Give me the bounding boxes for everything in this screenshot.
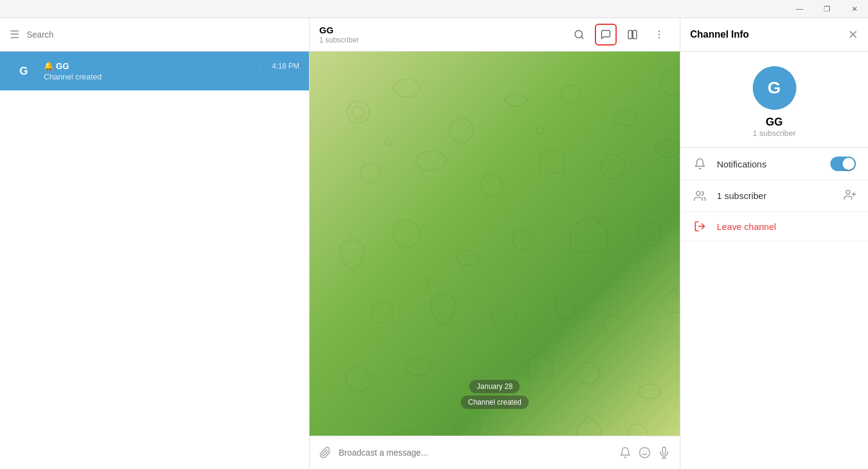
- svg-point-7: [347, 101, 369, 123]
- svg-point-21: [456, 251, 478, 265]
- chat-background: [310, 52, 680, 436]
- window-controls[interactable]: — ❐ ✕: [786, 0, 868, 18]
- chat-header: GG 1 subscriber: [310, 18, 680, 52]
- svg-point-39: [385, 140, 392, 146]
- svg-point-4: [659, 31, 660, 32]
- svg-point-44: [640, 448, 650, 458]
- info-name: GG: [765, 116, 782, 129]
- leave-channel-label: Leave channel: [717, 221, 856, 232]
- svg-point-6: [659, 37, 660, 38]
- channel-created-badge: Channel created: [461, 396, 529, 409]
- svg-point-14: [361, 163, 380, 183]
- chat-messages: January 28 Channel created: [310, 52, 680, 436]
- chat-title-area: GG 1 subscriber: [319, 25, 561, 44]
- svg-point-43: [671, 291, 677, 297]
- svg-point-36: [454, 418, 481, 436]
- notifications-toggle-area: [830, 157, 856, 171]
- svg-point-20: [393, 220, 420, 247]
- chat-preview: Channel created: [44, 72, 299, 81]
- chat-list: G 🔔 GG ✓✓ 4:18 PM Channel created: [0, 52, 309, 469]
- subscribers-icon: [693, 190, 707, 202]
- menu-button[interactable]: ☰: [10, 28, 19, 41]
- svg-point-18: [656, 140, 680, 157]
- restore-button[interactable]: ❐: [813, 0, 841, 18]
- svg-point-33: [639, 384, 660, 399]
- notifications-item[interactable]: Notifications: [680, 148, 868, 180]
- svg-point-15: [416, 151, 446, 170]
- channel-info-button[interactable]: [595, 24, 617, 46]
- svg-point-37: [516, 434, 540, 436]
- bell-icon: [693, 158, 707, 170]
- notifications-label: Notifications: [717, 159, 821, 169]
- more-options-button[interactable]: [648, 24, 670, 46]
- svg-point-29: [346, 367, 370, 391]
- leave-channel-item[interactable]: Leave channel: [680, 212, 868, 241]
- svg-point-35: [396, 429, 418, 436]
- info-panel-close[interactable]: ✕: [848, 27, 858, 42]
- info-profile: G GG 1 subscriber: [680, 52, 868, 148]
- voice-button[interactable]: [658, 447, 670, 459]
- channel-icon: 🔔: [44, 61, 53, 70]
- svg-point-16: [481, 174, 503, 196]
- chat-title: GG: [319, 25, 561, 36]
- split-view-button[interactable]: [622, 24, 643, 46]
- svg-point-25: [371, 302, 393, 323]
- info-panel-header: Channel Info ✕: [680, 18, 868, 52]
- svg-point-49: [696, 191, 700, 195]
- header-actions: [568, 24, 670, 46]
- svg-point-32: [578, 362, 600, 384]
- svg-point-10: [449, 118, 473, 143]
- info-menu: Notifications 1 subscriber: [680, 148, 868, 241]
- svg-point-40: [537, 127, 544, 134]
- background-pattern: [310, 52, 680, 436]
- emoji-button[interactable]: [639, 447, 651, 459]
- info-panel-title: Channel Info: [690, 29, 843, 40]
- svg-point-28: [603, 315, 623, 334]
- leave-icon: [693, 220, 707, 232]
- svg-point-5: [659, 34, 660, 35]
- chat-name: 🔔 GG: [44, 61, 69, 71]
- chat-subtitle: 1 subscriber: [319, 36, 561, 44]
- info-subscriber-count: 1 subscriber: [753, 129, 796, 138]
- search-button[interactable]: [568, 24, 590, 46]
- avatar: G: [10, 57, 38, 85]
- svg-point-17: [601, 155, 625, 179]
- add-subscriber-area: [844, 189, 856, 203]
- svg-point-27: [555, 293, 574, 320]
- notification-bell-input[interactable]: [619, 447, 631, 459]
- svg-point-8: [352, 106, 364, 118]
- svg-point-12: [614, 111, 636, 126]
- date-badge: January 28: [469, 380, 520, 393]
- svg-point-50: [846, 191, 850, 195]
- chat-time: ✓✓ 4:18 PM: [258, 62, 299, 70]
- sidebar-header: ☰: [0, 18, 309, 52]
- close-button[interactable]: ✕: [841, 0, 868, 18]
- svg-rect-3: [633, 30, 637, 39]
- svg-line-1: [581, 36, 583, 38]
- chat-main: GG 1 subscriber: [310, 18, 680, 469]
- message-input[interactable]: [339, 448, 612, 457]
- svg-point-13: [660, 69, 680, 95]
- search-input[interactable]: [27, 30, 299, 39]
- attach-button[interactable]: [319, 447, 331, 459]
- add-person-icon[interactable]: [844, 189, 856, 203]
- channel-info-panel: Channel Info ✕ G GG 1 subscriber Notific…: [680, 18, 868, 469]
- chat-input-area: [310, 436, 680, 469]
- svg-point-9: [393, 79, 420, 97]
- chat-info: 🔔 GG ✓✓ 4:18 PM Channel created: [44, 61, 299, 81]
- sidebar: ☰ G 🔔 GG ✓✓ 4:18 PM: [0, 18, 310, 469]
- svg-point-30: [407, 359, 431, 376]
- chat-item-gg[interactable]: G 🔔 GG ✓✓ 4:18 PM Channel created: [0, 52, 309, 90]
- subscribers-item[interactable]: 1 subscriber: [680, 180, 868, 212]
- subscribers-label: 1 subscriber: [717, 191, 834, 201]
- svg-point-38: [628, 424, 647, 436]
- svg-point-22: [512, 230, 532, 249]
- svg-point-26: [492, 306, 516, 331]
- notifications-toggle[interactable]: [830, 157, 856, 171]
- info-avatar: G: [753, 66, 796, 110]
- svg-point-42: [427, 278, 435, 286]
- svg-point-23: [637, 221, 662, 246]
- svg-point-11: [561, 85, 580, 103]
- minimize-button[interactable]: —: [786, 0, 813, 18]
- svg-rect-2: [628, 30, 632, 39]
